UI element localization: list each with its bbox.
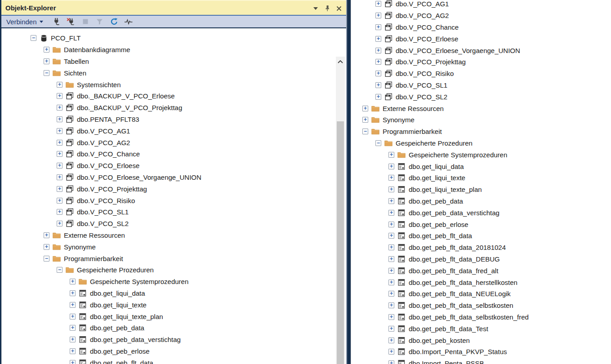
- expander-plus-icon[interactable]: +: [57, 116, 62, 122]
- tree-row[interactable]: +dbo.get_peb_data: [2, 322, 334, 334]
- tree-row[interactable]: +dbo.V_PCO_AG2: [351, 10, 611, 22]
- expander-plus-icon[interactable]: +: [388, 152, 394, 158]
- expander-plus-icon[interactable]: +: [57, 163, 62, 169]
- tree-row[interactable]: +dbo.get_peb_kosten: [351, 334, 611, 346]
- tree-row[interactable]: +dbo.get_peb_erlose: [2, 346, 334, 357]
- expander-plus-icon[interactable]: +: [388, 291, 394, 297]
- tree-row[interactable]: +Externe Ressourcen: [351, 102, 611, 114]
- tree-row[interactable]: +dbo.get_peb_flt_data_selbstkosten_fred: [351, 311, 611, 323]
- tree-row[interactable]: +Synonyme: [2, 241, 334, 253]
- refresh-icon[interactable]: [108, 16, 120, 27]
- tree-row[interactable]: +dbo.get_peb_data: [351, 195, 611, 207]
- window-position-chevron-icon[interactable]: [312, 5, 319, 12]
- expander-plus-icon[interactable]: +: [362, 106, 368, 111]
- tree-row[interactable]: +dbo.Import_Penta_PSSB: [351, 358, 611, 364]
- disconnect-plug-icon[interactable]: [65, 16, 77, 27]
- expander-minus-icon[interactable]: −: [31, 35, 36, 41]
- expander-plus-icon[interactable]: +: [388, 326, 394, 332]
- tree-row[interactable]: +dbo.get_liqui_texte: [2, 299, 334, 311]
- expander-plus-icon[interactable]: +: [388, 337, 394, 343]
- tree-row[interactable]: +dbo.get_peb_flt_data: [2, 357, 334, 364]
- tree-row[interactable]: +dbo.V_PCO_AG1: [2, 125, 334, 137]
- expander-plus-icon[interactable]: +: [70, 314, 76, 320]
- tree-row[interactable]: +Datenbankdiagramme: [2, 44, 334, 56]
- tree-row[interactable]: −Sichten: [2, 67, 334, 79]
- tree-row[interactable]: +dbo.V_PCO_Chance: [351, 22, 611, 33]
- expander-plus-icon[interactable]: +: [388, 198, 394, 204]
- expander-plus-icon[interactable]: +: [362, 117, 368, 123]
- expander-minus-icon[interactable]: −: [375, 140, 381, 146]
- expander-plus-icon[interactable]: +: [44, 47, 49, 53]
- expander-plus-icon[interactable]: +: [388, 256, 394, 262]
- expander-plus-icon[interactable]: +: [70, 302, 76, 308]
- tree-row[interactable]: +dbo.get_peb_flt_data_DEBUG: [351, 253, 611, 265]
- activity-monitor-icon[interactable]: [123, 16, 134, 27]
- panel-splitter[interactable]: [346, 0, 351, 364]
- vertical-scrollbar[interactable]: [336, 57, 345, 364]
- stop-icon[interactable]: [80, 16, 91, 27]
- tree-row[interactable]: +dbo.V_PCO_Chance: [2, 148, 334, 160]
- expander-plus-icon[interactable]: +: [57, 128, 62, 134]
- expander-plus-icon[interactable]: +: [375, 94, 381, 100]
- tree-row[interactable]: +dbo.V_PCO_Projekttag: [351, 56, 611, 68]
- expander-plus-icon[interactable]: +: [44, 244, 49, 250]
- expander-plus-icon[interactable]: +: [375, 24, 381, 30]
- tree-row[interactable]: +Tabellen: [2, 56, 334, 67]
- expander-minus-icon[interactable]: −: [44, 70, 49, 76]
- expander-plus-icon[interactable]: +: [57, 221, 62, 226]
- expander-minus-icon[interactable]: −: [57, 267, 62, 273]
- expander-plus-icon[interactable]: +: [375, 71, 381, 76]
- tree-row[interactable]: −Programmierbarkeit: [2, 253, 334, 264]
- pin-icon[interactable]: [324, 5, 331, 12]
- expander-plus-icon[interactable]: +: [388, 302, 394, 308]
- expander-plus-icon[interactable]: +: [57, 151, 62, 157]
- expander-plus-icon[interactable]: +: [57, 82, 62, 88]
- expander-plus-icon[interactable]: +: [388, 175, 394, 181]
- expander-plus-icon[interactable]: +: [375, 59, 381, 65]
- tree-row[interactable]: +dbo.V_PCO_Erloese: [2, 160, 334, 172]
- tree-row[interactable]: +dbo.get_peb_erlose: [351, 218, 611, 230]
- tree-row[interactable]: +dbo.get_peb_data_verstichtag: [351, 207, 611, 218]
- tree-row[interactable]: −PCO_FLT: [2, 32, 334, 44]
- scrollbar-thumb[interactable]: [337, 121, 344, 364]
- tree-row[interactable]: +dbo.V_PCO_Erloese_Vorgaenge_UNION: [2, 172, 334, 183]
- expander-plus-icon[interactable]: +: [70, 360, 76, 364]
- expander-plus-icon[interactable]: +: [375, 82, 381, 88]
- tree-row[interactable]: +Externe Ressourcen: [2, 230, 334, 241]
- expander-minus-icon[interactable]: −: [362, 129, 368, 134]
- expander-plus-icon[interactable]: +: [57, 93, 62, 99]
- expander-plus-icon[interactable]: +: [57, 186, 62, 192]
- tree-row[interactable]: +dbo.V_PCO_SL1: [351, 80, 611, 91]
- object-explorer-titlebar[interactable]: Objekt-Explorer: [1, 0, 346, 15]
- expander-plus-icon[interactable]: +: [57, 209, 62, 215]
- expander-plus-icon[interactable]: +: [44, 58, 49, 64]
- expander-plus-icon[interactable]: +: [388, 186, 394, 192]
- expander-plus-icon[interactable]: +: [70, 279, 76, 284]
- tree-row[interactable]: +dbo.V_PCO_AG1: [351, 0, 611, 10]
- expander-plus-icon[interactable]: +: [57, 105, 62, 111]
- expander-minus-icon[interactable]: −: [44, 256, 49, 262]
- expander-plus-icon[interactable]: +: [375, 48, 381, 53]
- tree-row[interactable]: +dbo.get_liqui_texte_plan: [351, 184, 611, 195]
- expander-plus-icon[interactable]: +: [57, 198, 62, 204]
- tree-row[interactable]: +dbo.PENTA_PFLT83: [2, 114, 334, 125]
- tree-row[interactable]: +Synonyme: [351, 114, 611, 126]
- expander-plus-icon[interactable]: +: [70, 337, 76, 342]
- expander-plus-icon[interactable]: +: [70, 290, 76, 296]
- tree-row[interactable]: −Gespeicherte Prozeduren: [351, 138, 611, 149]
- tree-row[interactable]: +dbo.get_peb_flt_data_fred_alt: [351, 265, 611, 276]
- filter-icon[interactable]: [94, 16, 106, 27]
- expander-plus-icon[interactable]: +: [57, 140, 62, 146]
- tree-row[interactable]: +Systemsichten: [2, 79, 334, 90]
- tree-row[interactable]: −Gespeicherte Prozeduren: [2, 264, 334, 276]
- tree-row[interactable]: +Gespeicherte Systemprozeduren: [2, 276, 334, 288]
- tree-row[interactable]: +dbo.V_PCO_Erloese_Vorgaenge_UNION: [351, 44, 611, 56]
- tree-row[interactable]: +dbo.get_peb_flt_data_20181024: [351, 242, 611, 253]
- tree-row[interactable]: +dbo._BACKUP_V_PCO_Projekttag: [2, 102, 334, 114]
- tree-row[interactable]: +dbo.get_liqui_data: [351, 160, 611, 172]
- expander-plus-icon[interactable]: +: [388, 233, 394, 239]
- tree-row[interactable]: +Gespeicherte Systemprozeduren: [351, 149, 611, 160]
- expander-plus-icon[interactable]: +: [388, 268, 394, 274]
- expander-plus-icon[interactable]: +: [388, 210, 394, 216]
- tree-row[interactable]: +dbo.V_PCO_Projekttag: [2, 183, 334, 195]
